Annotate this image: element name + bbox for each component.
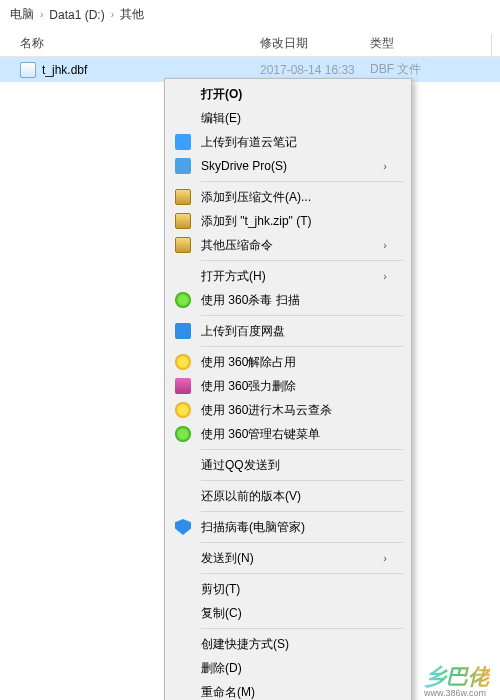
separator	[201, 181, 403, 182]
menu-upload-baidu[interactable]: 上传到百度网盘	[167, 319, 409, 343]
separator	[201, 573, 403, 574]
archive-icon	[175, 189, 191, 205]
file-name: t_jhk.dbf	[42, 63, 260, 77]
menu-delete[interactable]: 删除(D)	[167, 656, 409, 680]
chevron-right-icon: ›	[383, 270, 387, 282]
menu-360-release[interactable]: 使用 360解除占用	[167, 350, 409, 374]
file-type: DBF 文件	[370, 61, 460, 78]
menu-edit[interactable]: 编辑(E)	[167, 106, 409, 130]
breadcrumb[interactable]: 电脑 › Data1 (D:) › 其他	[0, 0, 500, 29]
menu-restore[interactable]: 还原以前的版本(V)	[167, 484, 409, 508]
360-icon	[175, 402, 191, 418]
menu-other-compress[interactable]: 其他压缩命令›	[167, 233, 409, 257]
menu-scan-virus[interactable]: 扫描病毒(电脑管家)	[167, 515, 409, 539]
menu-rename[interactable]: 重命名(M)	[167, 680, 409, 700]
menu-skydrive[interactable]: SkyDrive Pro(S)›	[167, 154, 409, 178]
chevron-right-icon: ›	[40, 9, 43, 20]
context-menu: 打开(O) 编辑(E) 上传到有道云笔记 SkyDrive Pro(S)› 添加…	[164, 78, 412, 700]
menu-create-shortcut[interactable]: 创建快捷方式(S)	[167, 632, 409, 656]
menu-open-with[interactable]: 打开方式(H)›	[167, 264, 409, 288]
archive-icon	[175, 237, 191, 253]
column-name[interactable]: 名称	[20, 35, 260, 52]
chevron-right-icon: ›	[111, 9, 114, 20]
separator	[201, 260, 403, 261]
file-icon	[20, 62, 36, 78]
column-headers: 名称 修改日期 类型	[0, 29, 500, 57]
menu-360-manage[interactable]: 使用 360管理右键菜单	[167, 422, 409, 446]
baidu-icon	[175, 323, 191, 339]
360-icon	[175, 292, 191, 308]
archive-icon	[175, 213, 191, 229]
separator	[201, 449, 403, 450]
chevron-right-icon: ›	[383, 552, 387, 564]
360-icon	[175, 354, 191, 370]
separator	[201, 542, 403, 543]
breadcrumb-seg[interactable]: Data1 (D:)	[49, 8, 104, 22]
separator	[201, 346, 403, 347]
column-date[interactable]: 修改日期	[260, 35, 370, 52]
youdao-icon	[175, 134, 191, 150]
separator	[201, 315, 403, 316]
menu-open[interactable]: 打开(O)	[167, 82, 409, 106]
shield-icon	[175, 519, 191, 535]
menu-add-zip[interactable]: 添加到 "t_jhk.zip" (T)	[167, 209, 409, 233]
column-type[interactable]: 类型	[370, 35, 460, 52]
menu-copy[interactable]: 复制(C)	[167, 601, 409, 625]
rocket-icon	[175, 378, 191, 394]
breadcrumb-seg[interactable]: 电脑	[10, 6, 34, 23]
separator	[201, 480, 403, 481]
chevron-right-icon: ›	[383, 160, 387, 172]
menu-360-trojan[interactable]: 使用 360进行木马云查杀	[167, 398, 409, 422]
menu-upload-youdao[interactable]: 上传到有道云笔记	[167, 130, 409, 154]
file-date: 2017-08-14 16:33	[260, 63, 370, 77]
separator	[201, 511, 403, 512]
menu-add-archive[interactable]: 添加到压缩文件(A)...	[167, 185, 409, 209]
menu-send-qq[interactable]: 通过QQ发送到	[167, 453, 409, 477]
chevron-right-icon: ›	[383, 239, 387, 251]
column-divider	[491, 34, 492, 56]
separator	[201, 628, 403, 629]
menu-360-force-delete[interactable]: 使用 360强力删除	[167, 374, 409, 398]
menu-send-to[interactable]: 发送到(N)›	[167, 546, 409, 570]
360-icon	[175, 426, 191, 442]
breadcrumb-seg[interactable]: 其他	[120, 6, 144, 23]
watermark-url: www.386w.com	[424, 688, 486, 698]
menu-cut[interactable]: 剪切(T)	[167, 577, 409, 601]
skydrive-icon	[175, 158, 191, 174]
menu-360-scan[interactable]: 使用 360杀毒 扫描	[167, 288, 409, 312]
